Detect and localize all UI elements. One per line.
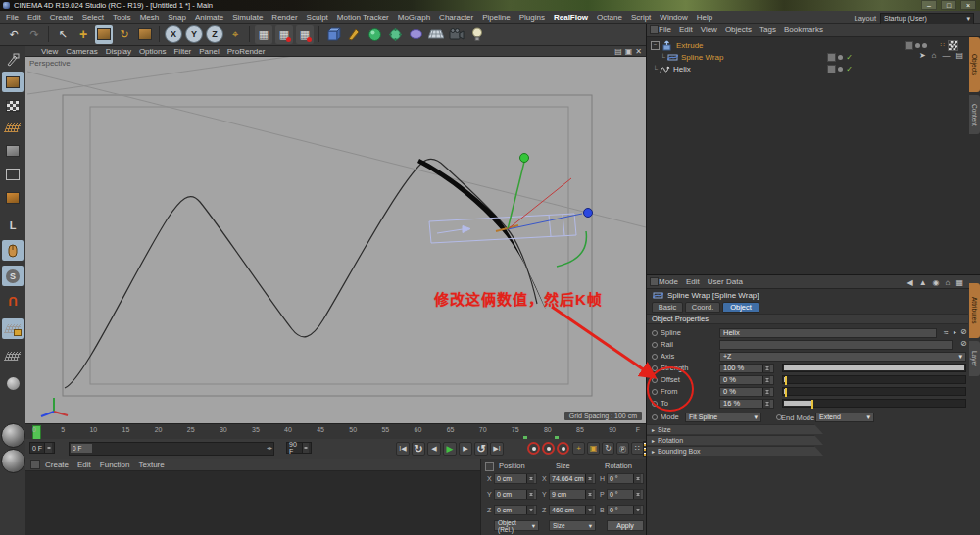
menu-item[interactable]: Motion Tracker (337, 13, 389, 22)
sphere-tool-icon[interactable] (2, 373, 24, 394)
object-manager-menu-item[interactable]: Objects (725, 25, 752, 34)
xpresso-tag-icon[interactable]: ∷ (941, 41, 945, 49)
workplane-mode-icon[interactable] (2, 118, 24, 138)
add-generator-icon[interactable] (366, 25, 383, 44)
chevron-right-icon[interactable]: ▸ (954, 328, 956, 335)
object-row-spline-wrap[interactable]: └ Spline Wrap ✓ (647, 51, 968, 63)
viewport-close-icon[interactable]: ✕ (635, 47, 642, 56)
anim-dot[interactable] (652, 401, 658, 407)
menu-item[interactable]: Mesh (140, 13, 160, 22)
menu-item[interactable]: Window (660, 13, 687, 22)
select-tool-icon[interactable]: ↖ (54, 25, 72, 44)
menu-item[interactable]: Create (50, 13, 74, 22)
to-field[interactable]: 16 % (719, 399, 774, 409)
object-name[interactable]: Spline Wrap (681, 53, 723, 62)
arrow-up-icon[interactable]: ▲ (919, 278, 927, 287)
object-row-extrude[interactable]: − Extrude ∷ (647, 39, 968, 51)
strength-field[interactable]: 100 % (719, 364, 774, 373)
move-tool-icon[interactable]: + (74, 25, 92, 44)
spinner[interactable] (762, 388, 770, 396)
object-manager-menu-item[interactable]: File (659, 25, 671, 34)
spinner[interactable] (526, 490, 534, 499)
material-menu-item[interactable]: Create (45, 461, 69, 469)
object-manager-menu-item[interactable]: Bookmarks (784, 25, 823, 34)
material-menu-item[interactable]: Function (100, 461, 130, 469)
z-axis-lock-icon[interactable]: Z (206, 25, 223, 43)
spinner[interactable] (585, 474, 593, 483)
model-mode-icon[interactable] (2, 72, 24, 92)
menu-item[interactable]: Help (697, 13, 712, 22)
menu-item[interactable]: Tools (113, 13, 131, 22)
tab-object[interactable]: Object (722, 302, 760, 313)
planar-workplane-icon[interactable] (2, 346, 24, 366)
object-manager-menu-item[interactable]: Edit (679, 25, 693, 34)
scale-tool-icon[interactable] (95, 25, 113, 44)
spline-pick-icon[interactable]: ≈ (944, 328, 948, 337)
history-back-icon[interactable]: ◀ (907, 278, 913, 287)
add-cube-icon[interactable] (324, 25, 342, 44)
make-editable-icon[interactable] (2, 49, 24, 70)
viewport-menu-item[interactable]: ProRender (227, 47, 266, 56)
anim-dot[interactable] (652, 354, 658, 360)
record-keyframe-button[interactable] (527, 442, 540, 455)
menu-item[interactable]: Octane (597, 13, 622, 22)
attribute-menu-item[interactable]: Mode (659, 277, 678, 286)
clear-link-icon[interactable]: ⊘ (960, 339, 967, 348)
offset-field[interactable]: 0 % (719, 375, 774, 385)
size-mode-dropdown[interactable]: Size▾ (549, 520, 596, 531)
viewport-menu-item[interactable]: View (41, 47, 58, 56)
render-settings-icon[interactable]: ▦ (275, 25, 293, 44)
spinner[interactable] (633, 474, 641, 483)
dock-tab-attributes[interactable]: Attributes (969, 283, 980, 338)
range-slider-handle[interactable]: 0 F (71, 444, 92, 453)
frame-range-slider[interactable]: 0 F ◂▸ (69, 442, 274, 456)
menu-item[interactable]: File (6, 13, 19, 22)
size-y-field[interactable]: 9 cm (549, 489, 596, 500)
edges-mode-icon[interactable] (2, 164, 24, 184)
enabled-checkmark[interactable]: ✓ (846, 53, 853, 62)
viewport-menu-item[interactable]: Panel (199, 47, 219, 56)
next-frame-button[interactable]: ▶ (459, 442, 472, 456)
menu-item[interactable]: Sculpt (307, 13, 328, 22)
dock-tab-content[interactable]: Content (969, 95, 980, 134)
anim-dot[interactable] (652, 342, 658, 348)
add-deformer-icon[interactable] (386, 25, 404, 44)
from-field[interactable]: 0 % (719, 387, 774, 397)
expand-toggle-icon[interactable]: − (651, 41, 660, 50)
render-view-icon[interactable]: ▦ (255, 25, 272, 44)
object-row-helix[interactable]: └ Helix ✓ (647, 63, 968, 74)
spinner[interactable] (762, 376, 770, 384)
strength-slider[interactable] (782, 364, 966, 372)
rotation-b-field[interactable]: 0 ° (607, 505, 644, 515)
anim-dot[interactable] (652, 377, 658, 383)
anim-dot[interactable] (652, 414, 658, 420)
play-forward-button[interactable]: ▶ (443, 442, 457, 456)
goto-end-button[interactable]: ▶I (490, 442, 504, 456)
spline-link-field[interactable]: Helix (719, 328, 937, 338)
end-mode-dropdown[interactable]: Extend▾ (815, 413, 874, 422)
to-slider[interactable] (782, 399, 966, 408)
editor-visibility-dot[interactable] (838, 55, 843, 60)
panel-layout-icon[interactable]: ▦ (956, 278, 963, 287)
search-icon[interactable]: ◉ (933, 278, 940, 287)
coords-lock-icon[interactable] (485, 462, 494, 471)
menu-item[interactable]: Pipeline (482, 13, 510, 22)
snap-toggle-icon[interactable]: S (2, 266, 24, 286)
magnet-snap-icon[interactable]: U (2, 291, 24, 312)
spinner[interactable] (44, 443, 52, 453)
tab-basic[interactable]: Basic (652, 302, 683, 313)
from-slider[interactable] (782, 387, 966, 396)
last-tool-icon[interactable] (136, 25, 154, 44)
loop-mode-button[interactable]: ↺ (474, 442, 488, 456)
enable-axis-icon[interactable]: L (2, 215, 24, 235)
anim-dot[interactable] (652, 365, 658, 371)
dock-tab-layer[interactable]: Layer (969, 341, 980, 376)
spinner[interactable] (585, 490, 593, 499)
spinner[interactable] (633, 490, 641, 499)
coordinate-system-icon[interactable]: ⌖ (226, 25, 244, 44)
add-field-icon[interactable] (407, 25, 424, 44)
mode-dropdown[interactable]: Fit Spline▾ (685, 413, 761, 422)
redo-icon[interactable]: ↷ (25, 25, 43, 44)
panel-icon[interactable] (650, 277, 659, 286)
position-x-field[interactable]: 0 cm (494, 473, 537, 484)
